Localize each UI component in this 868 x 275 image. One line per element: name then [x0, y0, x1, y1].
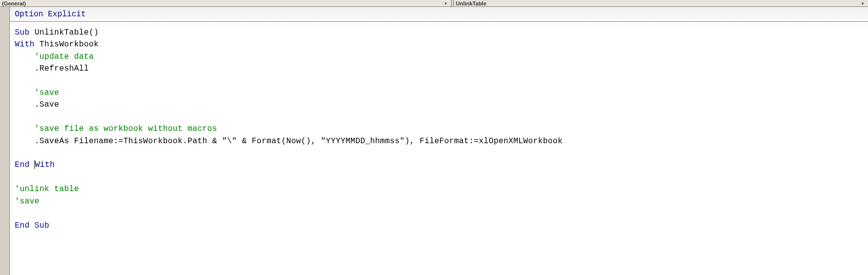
dropdown-bar: (General) ▾ UnlinkTable ▾: [0, 0, 868, 7]
code-token: End: [15, 160, 35, 169]
margin-indicator-bar[interactable]: [0, 7, 10, 275]
procedure-dropdown[interactable]: UnlinkTable ▾: [453, 0, 868, 7]
code-comment: 'save file as workbook without macros: [15, 124, 217, 133]
object-dropdown-label: (General): [2, 1, 26, 6]
object-dropdown[interactable]: (General) ▾: [0, 0, 451, 7]
code-token: ), FileFormat:=xlOpenXMLWorkbook: [405, 137, 562, 146]
code-token: UnlinkTable(): [30, 28, 99, 37]
code-string: "YYYYMMDD_hhmmss": [321, 137, 405, 146]
chevron-down-icon: ▾: [442, 1, 449, 6]
code-comment: 'save: [15, 197, 39, 206]
code-token: .RefreshAll: [15, 64, 89, 73]
editor-wrap: Option Explicit Sub UnlinkTable() With T…: [0, 7, 868, 275]
code-body[interactable]: Sub UnlinkTable() With ThisWorkbook 'upd…: [10, 22, 868, 232]
code-token: ThisWorkbook: [35, 40, 99, 49]
declarations-section: Option Explicit: [10, 7, 868, 22]
code-token: End Sub: [15, 221, 49, 230]
code-string: "\": [222, 137, 237, 146]
code-token: With: [35, 160, 55, 169]
code-comment: 'save: [15, 88, 59, 97]
code-editor[interactable]: Option Explicit Sub UnlinkTable() With T…: [10, 7, 868, 275]
code-token: Option Explicit: [15, 10, 86, 19]
procedure-dropdown-label: UnlinkTable: [456, 1, 486, 6]
code-token: Sub: [15, 28, 30, 37]
chevron-down-icon: ▾: [859, 1, 866, 6]
text-cursor: [35, 160, 35, 169]
code-token: .SaveAs Filename:=ThisWorkbook.Path &: [15, 137, 222, 146]
code-token: With: [15, 40, 35, 49]
code-comment: 'update data: [15, 52, 94, 61]
code-token: .Save: [15, 100, 59, 109]
code-comment: 'unlink table: [15, 185, 79, 194]
code-token: & Format(Now(),: [237, 137, 321, 146]
